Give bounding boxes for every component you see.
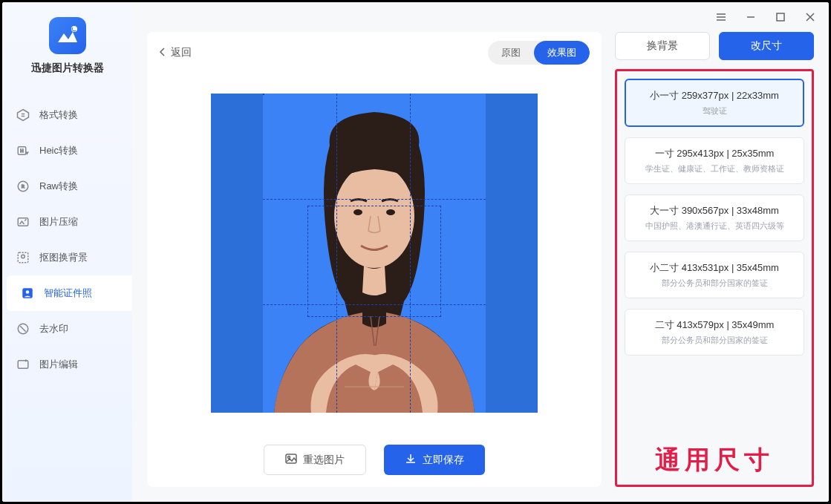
size-desc: 驾驶证 <box>633 105 795 117</box>
svg-point-16 <box>386 209 395 215</box>
sidebar: 迅捷图片转换器 格式转换 H Heic转换 R Raw转换 图片压缩 抠图换背景 <box>2 2 132 502</box>
preview-panel: 返回 原图 效果图 <box>147 32 602 487</box>
nav-format-convert[interactable]: 格式转换 <box>2 97 132 133</box>
size-desc: 部分公务员和部分国家的签证 <box>633 335 796 346</box>
size-title: 大一寸 390x567px | 33x48mm <box>633 204 796 217</box>
cutout-icon <box>16 250 30 265</box>
size-option-small-2[interactable]: 小二寸 413x531px | 35x45mm 部分公务员和部分国家的签证 <box>625 252 804 298</box>
compress-icon <box>16 215 30 229</box>
reselect-button[interactable]: 重选图片 <box>264 445 366 475</box>
heic-icon: H <box>16 143 30 158</box>
maximize-icon[interactable] <box>772 9 789 25</box>
nav-list: 格式转换 H Heic转换 R Raw转换 图片压缩 抠图换背景 智能证件照 <box>2 97 132 382</box>
size-title: 一寸 295x413px | 25x35mm <box>633 147 796 160</box>
toggle-original[interactable]: 原图 <box>488 41 534 65</box>
photo-crop-area <box>263 94 486 413</box>
size-desc: 中国护照、港澳通行证、英语四六级等 <box>633 220 796 232</box>
nav-label: 抠图换背景 <box>39 251 88 264</box>
preview-body <box>147 73 602 433</box>
size-option-2[interactable]: 二寸 413x579px | 35x49mm 部分公务员和部分国家的签证 <box>625 309 804 356</box>
nav-id-photo[interactable]: 智能证件照 <box>7 275 132 311</box>
nav-label: Heic转换 <box>39 144 78 157</box>
nav-image-edit[interactable]: 图片编辑 <box>2 347 132 382</box>
svg-text:R: R <box>22 184 25 189</box>
back-button[interactable]: 返回 <box>159 46 192 59</box>
preview-footer: 重选图片 立即保存 <box>147 433 602 487</box>
nav-remove-watermark[interactable]: 去水印 <box>2 311 132 347</box>
app-window: 迅捷图片转换器 格式转换 H Heic转换 R Raw转换 图片压缩 抠图换背景 <box>0 0 831 504</box>
chevron-left-icon <box>159 47 166 59</box>
nav-label: 智能证件照 <box>44 287 92 300</box>
nav-label: Raw转换 <box>39 180 78 193</box>
save-button[interactable]: 立即保存 <box>384 445 485 475</box>
back-label: 返回 <box>171 46 192 59</box>
photo-canvas[interactable] <box>211 94 538 413</box>
nav-label: 去水印 <box>39 322 68 336</box>
swap-icon <box>16 108 30 122</box>
nav-label: 图片编辑 <box>39 358 78 371</box>
preview-toggle: 原图 效果图 <box>488 41 590 65</box>
raw-icon: R <box>16 179 30 194</box>
download-icon <box>405 453 417 467</box>
content: 返回 原图 效果图 <box>132 32 829 502</box>
watermark-icon <box>16 321 30 336</box>
size-list: 小一寸 259x377px | 22x33mm 驾驶证 一寸 295x413px… <box>625 79 804 434</box>
tab-change-bg[interactable]: 换背景 <box>615 32 710 60</box>
logo-area: 迅捷图片转换器 <box>2 17 132 75</box>
size-option-large-1[interactable]: 大一寸 390x567px | 33x48mm 中国护照、港澳通行证、英语四六级… <box>625 194 804 241</box>
main-area: 返回 原图 效果图 <box>132 2 829 502</box>
size-title: 小二寸 413x531px | 35x45mm <box>633 261 796 275</box>
app-logo-icon <box>49 17 86 54</box>
svg-rect-12 <box>18 361 28 369</box>
nav-label: 格式转换 <box>39 108 78 122</box>
svg-rect-13 <box>777 13 784 21</box>
svg-point-14 <box>334 164 414 268</box>
nav-raw-convert[interactable]: R Raw转换 <box>2 168 132 204</box>
image-icon <box>285 453 297 467</box>
annotation-common-size: 通用尺寸 <box>625 443 804 477</box>
nav-image-compress[interactable]: 图片压缩 <box>2 204 132 240</box>
size-title: 小一寸 259x377px | 22x33mm <box>633 89 795 102</box>
save-label: 立即保存 <box>423 454 464 467</box>
preview-header: 返回 原图 效果图 <box>147 32 602 73</box>
tab-change-size[interactable]: 改尺寸 <box>719 32 814 60</box>
toggle-result[interactable]: 效果图 <box>534 41 590 65</box>
svg-point-10 <box>26 290 30 294</box>
minimize-icon[interactable] <box>743 9 759 25</box>
nav-label: 图片压缩 <box>39 215 78 229</box>
size-desc: 部分公务员和部分国家的签证 <box>633 278 796 289</box>
reselect-label: 重选图片 <box>303 454 345 467</box>
svg-marker-1 <box>18 110 29 121</box>
size-option-1[interactable]: 一寸 295x413px | 25x35mm 学生证、健康证、工作证、教师资格证 <box>625 137 804 184</box>
nav-cutout-bg[interactable]: 抠图换背景 <box>2 240 132 275</box>
close-icon[interactable] <box>802 9 818 25</box>
nav-heic-convert[interactable]: H Heic转换 <box>2 133 132 168</box>
svg-text:H: H <box>20 148 23 153</box>
size-list-highlight: 小一寸 259x377px | 22x33mm 驾驶证 一寸 295x413px… <box>615 69 814 487</box>
app-title: 迅捷图片转换器 <box>31 62 104 75</box>
titlebar <box>132 2 829 32</box>
menu-icon[interactable] <box>713 9 729 25</box>
size-title: 二寸 413x579px | 35x49mm <box>633 318 796 332</box>
size-desc: 学生证、健康证、工作证、教师资格证 <box>633 163 796 174</box>
size-option-small-1[interactable]: 小一寸 259x377px | 22x33mm 驾驶证 <box>625 79 804 127</box>
right-tabs: 换背景 改尺寸 <box>615 32 814 60</box>
id-photo-icon <box>20 286 35 301</box>
edit-icon <box>16 357 30 372</box>
right-panel: 换背景 改尺寸 小一寸 259x377px | 22x33mm 驾驶证 一寸 2… <box>615 32 814 487</box>
svg-point-8 <box>22 255 25 258</box>
svg-point-15 <box>353 209 362 215</box>
person-photo <box>263 94 486 413</box>
